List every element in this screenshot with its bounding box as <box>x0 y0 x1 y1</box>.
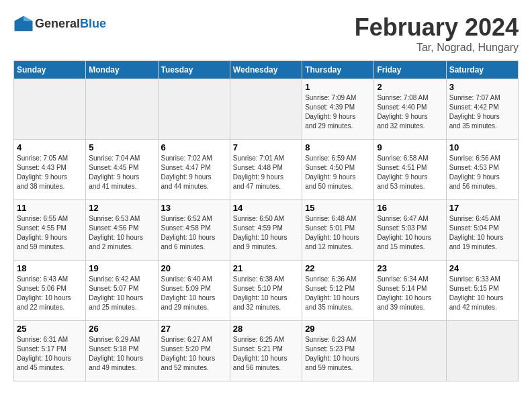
calendar-cell <box>86 79 158 140</box>
day-number: 22 <box>305 263 371 273</box>
calendar-table: SundayMondayTuesdayWednesdayThursdayFrid… <box>13 60 519 381</box>
day-number: 11 <box>17 203 83 213</box>
calendar-cell <box>230 79 302 140</box>
calendar-cell: 7Sunrise: 7:01 AM Sunset: 4:48 PM Daylig… <box>230 140 302 200</box>
day-info: Sunrise: 6:34 AM Sunset: 5:14 PM Dayligh… <box>377 275 443 312</box>
day-number: 4 <box>17 142 83 152</box>
column-header-sunday: Sunday <box>14 61 86 79</box>
day-info: Sunrise: 6:55 AM Sunset: 4:55 PM Dayligh… <box>17 214 83 252</box>
column-header-wednesday: Wednesday <box>230 61 302 79</box>
day-number: 21 <box>233 263 299 273</box>
calendar-cell: 3Sunrise: 7:07 AM Sunset: 4:42 PM Daylig… <box>446 79 518 140</box>
calendar-cell: 22Sunrise: 6:36 AM Sunset: 5:12 PM Dayli… <box>302 261 374 321</box>
calendar-cell: 24Sunrise: 6:33 AM Sunset: 5:15 PM Dayli… <box>446 261 518 321</box>
calendar-cell: 15Sunrise: 6:48 AM Sunset: 5:01 PM Dayli… <box>302 200 374 261</box>
calendar-cell: 13Sunrise: 6:52 AM Sunset: 4:58 PM Dayli… <box>158 200 230 261</box>
calendar-cell: 5Sunrise: 7:04 AM Sunset: 4:45 PM Daylig… <box>86 140 158 200</box>
calendar-cell <box>374 321 446 381</box>
calendar-cell: 8Sunrise: 6:59 AM Sunset: 4:50 PM Daylig… <box>302 140 374 200</box>
day-info: Sunrise: 6:38 AM Sunset: 5:10 PM Dayligh… <box>233 275 299 312</box>
calendar-cell: 6Sunrise: 7:02 AM Sunset: 4:47 PM Daylig… <box>158 140 230 200</box>
day-info: Sunrise: 6:25 AM Sunset: 5:21 PM Dayligh… <box>233 335 299 373</box>
day-number: 19 <box>89 263 154 273</box>
day-info: Sunrise: 7:08 AM Sunset: 4:40 PM Dayligh… <box>377 93 443 131</box>
day-number: 26 <box>89 324 154 334</box>
calendar-cell: 2Sunrise: 7:08 AM Sunset: 4:40 PM Daylig… <box>374 79 446 140</box>
day-info: Sunrise: 6:33 AM Sunset: 5:15 PM Dayligh… <box>449 275 515 312</box>
day-info: Sunrise: 6:29 AM Sunset: 5:18 PM Dayligh… <box>89 335 154 373</box>
calendar-cell: 29Sunrise: 6:23 AM Sunset: 5:23 PM Dayli… <box>302 321 374 381</box>
location-subtitle: Tar, Nograd, Hungary <box>355 42 519 54</box>
column-header-tuesday: Tuesday <box>158 61 230 79</box>
day-number: 14 <box>233 203 299 213</box>
calendar-cell: 21Sunrise: 6:38 AM Sunset: 5:10 PM Dayli… <box>230 261 302 321</box>
day-info: Sunrise: 6:47 AM Sunset: 5:03 PM Dayligh… <box>377 214 443 252</box>
day-info: Sunrise: 7:05 AM Sunset: 4:43 PM Dayligh… <box>17 154 83 191</box>
day-number: 23 <box>377 263 443 273</box>
title-block: February 2024 Tar, Nograd, Hungary <box>355 13 519 54</box>
calendar-cell <box>158 79 230 140</box>
calendar-week-row: 18Sunrise: 6:43 AM Sunset: 5:06 PM Dayli… <box>14 261 519 321</box>
day-info: Sunrise: 6:50 AM Sunset: 4:59 PM Dayligh… <box>233 214 299 252</box>
day-info: Sunrise: 6:42 AM Sunset: 5:07 PM Dayligh… <box>89 275 154 312</box>
day-info: Sunrise: 6:45 AM Sunset: 5:04 PM Dayligh… <box>449 214 515 252</box>
calendar-cell: 23Sunrise: 6:34 AM Sunset: 5:14 PM Dayli… <box>374 261 446 321</box>
day-info: Sunrise: 7:02 AM Sunset: 4:47 PM Dayligh… <box>161 154 227 191</box>
day-info: Sunrise: 7:07 AM Sunset: 4:42 PM Dayligh… <box>449 93 515 131</box>
calendar-cell <box>14 79 86 140</box>
calendar-cell: 14Sunrise: 6:50 AM Sunset: 4:59 PM Dayli… <box>230 200 302 261</box>
logo-blue-text: Blue <box>80 17 106 30</box>
day-number: 10 <box>449 142 515 152</box>
day-number: 27 <box>161 324 227 334</box>
day-number: 28 <box>233 324 299 334</box>
day-number: 2 <box>377 82 443 92</box>
day-number: 1 <box>305 82 371 92</box>
calendar-cell: 1Sunrise: 7:09 AM Sunset: 4:39 PM Daylig… <box>302 79 374 140</box>
calendar-cell: 12Sunrise: 6:53 AM Sunset: 4:56 PM Dayli… <box>86 200 158 261</box>
column-header-thursday: Thursday <box>302 61 374 79</box>
calendar-cell: 25Sunrise: 6:31 AM Sunset: 5:17 PM Dayli… <box>14 321 86 381</box>
day-info: Sunrise: 6:58 AM Sunset: 4:51 PM Dayligh… <box>377 154 443 191</box>
day-info: Sunrise: 6:56 AM Sunset: 4:53 PM Dayligh… <box>449 154 515 191</box>
day-number: 24 <box>449 263 515 273</box>
month-year-title: February 2024 <box>355 13 519 42</box>
calendar-cell: 11Sunrise: 6:55 AM Sunset: 4:55 PM Dayli… <box>14 200 86 261</box>
day-info: Sunrise: 6:23 AM Sunset: 5:23 PM Dayligh… <box>305 335 371 373</box>
day-number: 20 <box>161 263 227 273</box>
day-info: Sunrise: 6:52 AM Sunset: 4:58 PM Dayligh… <box>161 214 227 252</box>
calendar-cell: 17Sunrise: 6:45 AM Sunset: 5:04 PM Dayli… <box>446 200 518 261</box>
day-number: 6 <box>161 142 227 152</box>
calendar-cell: 18Sunrise: 6:43 AM Sunset: 5:06 PM Dayli… <box>14 261 86 321</box>
day-number: 12 <box>89 203 154 213</box>
day-number: 9 <box>377 142 443 152</box>
column-header-saturday: Saturday <box>446 61 518 79</box>
calendar-cell: 16Sunrise: 6:47 AM Sunset: 5:03 PM Dayli… <box>374 200 446 261</box>
logo: GeneralBlue <box>13 13 106 34</box>
calendar-week-row: 11Sunrise: 6:55 AM Sunset: 4:55 PM Dayli… <box>14 200 519 261</box>
calendar-header-row: SundayMondayTuesdayWednesdayThursdayFrid… <box>14 61 519 79</box>
calendar-cell <box>446 321 518 381</box>
day-number: 18 <box>17 263 83 273</box>
day-number: 29 <box>305 324 371 334</box>
calendar-cell: 20Sunrise: 6:40 AM Sunset: 5:09 PM Dayli… <box>158 261 230 321</box>
day-info: Sunrise: 6:48 AM Sunset: 5:01 PM Dayligh… <box>305 214 371 252</box>
day-number: 8 <box>305 142 371 152</box>
calendar-cell: 28Sunrise: 6:25 AM Sunset: 5:21 PM Dayli… <box>230 321 302 381</box>
day-number: 15 <box>305 203 371 213</box>
day-number: 17 <box>449 203 515 213</box>
day-number: 25 <box>17 324 83 334</box>
day-number: 3 <box>449 82 515 92</box>
calendar-cell: 26Sunrise: 6:29 AM Sunset: 5:18 PM Dayli… <box>86 321 158 381</box>
logo-icon <box>13 13 34 34</box>
day-info: Sunrise: 6:59 AM Sunset: 4:50 PM Dayligh… <box>305 154 371 191</box>
day-info: Sunrise: 6:53 AM Sunset: 4:56 PM Dayligh… <box>89 214 154 252</box>
calendar-week-row: 1Sunrise: 7:09 AM Sunset: 4:39 PM Daylig… <box>14 79 519 140</box>
day-info: Sunrise: 6:40 AM Sunset: 5:09 PM Dayligh… <box>161 275 227 312</box>
day-info: Sunrise: 6:36 AM Sunset: 5:12 PM Dayligh… <box>305 275 371 312</box>
calendar-cell: 9Sunrise: 6:58 AM Sunset: 4:51 PM Daylig… <box>374 140 446 200</box>
calendar-cell: 4Sunrise: 7:05 AM Sunset: 4:43 PM Daylig… <box>14 140 86 200</box>
page-header: GeneralBlue February 2024 Tar, Nograd, H… <box>13 13 519 54</box>
calendar-week-row: 4Sunrise: 7:05 AM Sunset: 4:43 PM Daylig… <box>14 140 519 200</box>
column-header-friday: Friday <box>374 61 446 79</box>
day-info: Sunrise: 7:04 AM Sunset: 4:45 PM Dayligh… <box>89 154 154 191</box>
